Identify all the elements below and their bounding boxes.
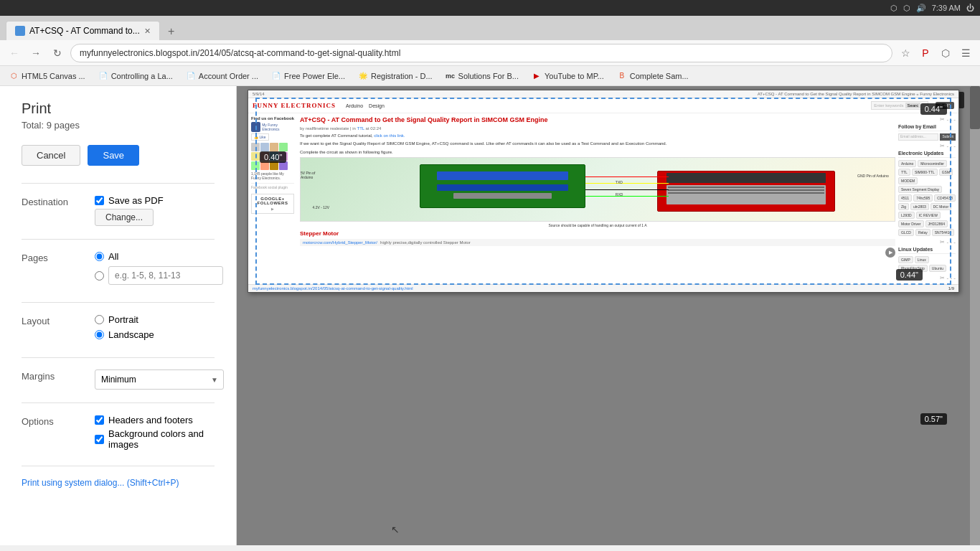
wp-url-text: myfunnyelectronics.blogspot.in/2014/05/a… xyxy=(253,286,413,291)
new-tab-btn[interactable]: + xyxy=(163,23,180,40)
fb-name: My Funny Electronics xyxy=(262,123,294,131)
bookmark-item-html5[interactable]: ⬡ HTML5 Canvas ... xyxy=(3,70,91,83)
label-gnd: GND Pin of Arduino xyxy=(857,174,889,178)
scrollbar-thumb[interactable] xyxy=(970,86,980,129)
wp-fb-profile: My Funny Electronics xyxy=(251,122,294,132)
options-label: Options xyxy=(22,415,86,427)
cancel-button[interactable]: Cancel xyxy=(22,145,80,166)
label-rxd: RXD xyxy=(616,192,623,197)
gsm-line xyxy=(668,192,824,194)
bookmark-item-controlling[interactable]: 📄 Controlling a La... xyxy=(93,70,179,83)
fb-face xyxy=(251,161,260,170)
bookmark-item-account[interactable]: 📄 Account Order ... xyxy=(180,70,264,83)
pinterest-icon[interactable]: P xyxy=(917,44,934,62)
headers-footers-checkbox[interactable] xyxy=(95,415,104,425)
tag-modem: MODEM xyxy=(898,177,918,184)
gsm-line xyxy=(668,189,824,191)
pages-input[interactable] xyxy=(108,266,223,285)
bookmark-item-registration[interactable]: 🌟 Registration - D... xyxy=(352,70,438,83)
page-preview: 5/9/14 AT+CSQ - AT Command to Get the Si… xyxy=(248,90,959,293)
google-follow-btn: ▶ xyxy=(254,207,291,211)
divider-2 xyxy=(22,239,215,240)
divider-3 xyxy=(22,302,215,303)
pages-all-radio[interactable] xyxy=(95,252,104,261)
wp-tag-cloud: Arduino Microcontroller TTL SIM900-TTL G… xyxy=(898,160,956,236)
reload-btn[interactable]: ↻ xyxy=(49,44,66,62)
network-icon: ⬡ xyxy=(903,4,910,13)
landscape-radio[interactable] xyxy=(95,330,104,339)
extensions-icon[interactable]: ⬡ xyxy=(937,44,954,62)
bookmark-star-icon[interactable]: ☆ xyxy=(897,44,914,62)
wire-red xyxy=(585,176,669,177)
active-tab[interactable]: AT+CSQ - AT Command to... ✕ xyxy=(6,21,160,40)
tag-photofilm: PhotoFilmStrip xyxy=(898,265,928,272)
gsm-chip xyxy=(666,173,826,183)
wp-main-col: AT+CSQ - AT Command to Get the Signal Qu… xyxy=(300,116,895,281)
funny-icon: 🌟 xyxy=(358,71,368,81)
tag-gsm: GSM xyxy=(939,169,953,176)
bookmark-item-solutions[interactable]: mc Solutions For B... xyxy=(440,70,524,83)
fb-avatar xyxy=(251,122,260,132)
arduino-chip xyxy=(437,171,569,180)
options-control: Headers and footers Background colors an… xyxy=(95,415,215,453)
tab-close-btn[interactable]: ✕ xyxy=(144,27,151,36)
tag-gimp: GIMP xyxy=(898,256,913,263)
tag-74hc595: 74hc595 xyxy=(913,194,933,202)
back-btn[interactable]: ← xyxy=(6,44,23,62)
menu-icon[interactable]: ☰ xyxy=(957,44,974,62)
bg-colors-checkbox[interactable] xyxy=(95,435,104,444)
pages-custom-radio[interactable] xyxy=(95,271,104,281)
change-button[interactable]: Change... xyxy=(95,209,154,226)
margins-row: Margins Default None Minimum Custom xyxy=(22,369,215,390)
wp-date-bar: 5/9/14 AT+CSQ - AT Command to Get the Si… xyxy=(248,90,958,98)
wp-article-title: AT+CSQ - AT Command to Get the Signal Qu… xyxy=(300,116,895,124)
landscape-row: Landscape xyxy=(95,329,215,340)
fb-face xyxy=(270,161,278,170)
print-panel: Print Total: 9 pages Cancel Save Destina… xyxy=(0,86,237,545)
preview-scrollbar[interactable] xyxy=(970,86,980,545)
bookmark-item-freepower[interactable]: 📄 Free Power Ele... xyxy=(265,70,351,83)
address-input[interactable] xyxy=(70,44,892,62)
scissors-icon-2: ✂ - - - xyxy=(898,143,956,149)
scissors-icon-3: ✂ - - - xyxy=(898,239,956,245)
tag-zig: Zig xyxy=(898,203,909,210)
landscape-label: Landscape xyxy=(108,329,154,340)
save-as-pdf-row: Save as PDF xyxy=(95,195,215,206)
tag-arduino: Arduino xyxy=(898,160,916,167)
system-dialog-link[interactable]: Print using system dialog... (Shift+Ctrl… xyxy=(22,478,215,488)
bookmark-item-complete[interactable]: B Complete Sam... xyxy=(611,70,694,83)
forward-btn[interactable]: → xyxy=(27,44,44,62)
tag-ubuntu: Ubuntu xyxy=(929,265,946,272)
fb-faces-grid xyxy=(251,143,294,170)
header-ad-badge: 0.44" xyxy=(936,102,954,109)
system-time: 7:39 AM xyxy=(932,4,961,12)
wp-link: click on this link. xyxy=(374,133,405,138)
bookmark-label-account: Account Order ... xyxy=(199,72,258,80)
wp-header: FUNNY ELECTRONICS Arduino Design Enter k… xyxy=(248,98,958,113)
fb-face xyxy=(279,152,288,161)
wp-ad-url: motorcrcw.com/Hybrid_Stepper_Motor/ xyxy=(303,240,377,245)
wp-email-input: Email address... xyxy=(898,133,938,141)
bookmarks-bar: ⬡ HTML5 Canvas ... 📄 Controlling a La...… xyxy=(0,66,980,86)
blogger-icon: B xyxy=(617,71,627,81)
pages-control: All xyxy=(95,251,223,289)
fb-face xyxy=(279,143,288,151)
measure-tooltip-3: 0.57" xyxy=(920,413,947,425)
mc-icon: mc xyxy=(446,71,456,81)
wp-page-num: 1/9 xyxy=(948,286,954,291)
save-button[interactable]: Save xyxy=(88,145,139,166)
tag-uln2803: uln2803 xyxy=(910,203,929,210)
options-row: Options Headers and footers Background c… xyxy=(22,415,215,453)
pages-custom-row xyxy=(95,266,223,285)
portrait-radio[interactable] xyxy=(95,315,104,324)
power-icon: ⏻ xyxy=(966,4,974,12)
margins-select[interactable]: Default None Minimum Custom xyxy=(95,369,224,390)
nav-design: Design xyxy=(369,103,385,108)
save-as-pdf-checkbox[interactable] xyxy=(95,196,104,205)
wp-linux-tag-cloud: GIMP Linux PhotoFilmStrip Ubuntu xyxy=(898,256,956,272)
bookmark-item-youtube[interactable]: ▶ YouTube to MP... xyxy=(526,70,610,83)
wp-electronic-title: Electronic Updates xyxy=(898,151,956,158)
tag-glcd: GLCD xyxy=(898,229,914,236)
address-bar: ← → ↻ ☆ P ⬡ ☰ xyxy=(0,40,980,66)
fb-likes-text: 1,145 people like My Funny Electronics. xyxy=(251,171,294,180)
